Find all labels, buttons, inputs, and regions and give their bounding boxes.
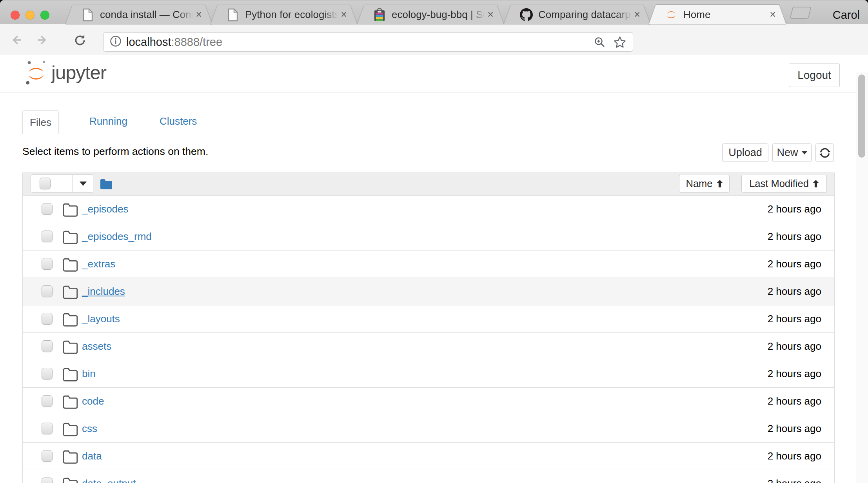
- folder-link[interactable]: _episodes: [82, 196, 129, 223]
- tab-files[interactable]: Files: [22, 110, 59, 134]
- browser-tab-home-active[interactable]: Home ×: [649, 5, 786, 24]
- tab-title: Python for ecologists: Se: [245, 9, 338, 21]
- page-info-icon[interactable]: [110, 35, 122, 49]
- logout-button[interactable]: Logout: [789, 64, 840, 87]
- select-all-button[interactable]: [31, 174, 73, 192]
- folder-link[interactable]: _includes: [82, 278, 125, 305]
- row-checkbox[interactable]: [42, 395, 53, 407]
- jupyter-nav-tabs: Files Running Clusters: [22, 110, 835, 134]
- close-tab-icon[interactable]: ×: [770, 9, 776, 20]
- close-tab-icon[interactable]: ×: [634, 9, 640, 20]
- folder-link[interactable]: _episodes_rmd: [82, 223, 152, 250]
- jupyter-header: jupyter Logout: [0, 55, 868, 93]
- row-checkbox[interactable]: [42, 450, 53, 462]
- folder-icon: [62, 449, 79, 465]
- close-tab-icon[interactable]: ×: [487, 9, 494, 20]
- folder-link[interactable]: code: [82, 388, 104, 415]
- row-checkbox[interactable]: [42, 231, 53, 242]
- new-button-label: New: [777, 147, 798, 159]
- folder-link[interactable]: data_output: [82, 470, 136, 483]
- sort-by-name-button[interactable]: Name: [679, 175, 730, 192]
- folder-filter-icon[interactable]: [99, 178, 113, 191]
- zoom-window-button[interactable]: [40, 11, 49, 20]
- close-window-button[interactable]: [11, 11, 20, 20]
- browser-toolbar: localhost :8888/tree G U S B a: [0, 24, 868, 56]
- folder-link[interactable]: css: [82, 415, 97, 442]
- row-checkbox[interactable]: [42, 285, 53, 297]
- select-button-group: [31, 174, 93, 192]
- back-icon[interactable]: [10, 33, 24, 48]
- last-modified-text: 2 hours ago: [768, 223, 821, 250]
- caret-down-icon: [802, 151, 807, 154]
- sort-by-modified-button[interactable]: Last Modified: [741, 175, 827, 192]
- file-row[interactable]: _episodes 2 hours ago: [23, 196, 834, 223]
- select-dropdown-button[interactable]: [73, 174, 93, 192]
- file-row[interactable]: _episodes_rmd 2 hours ago: [23, 223, 834, 251]
- caret-down-icon: [80, 182, 87, 186]
- sort-asc-icon: [717, 180, 723, 187]
- folder-icon: [62, 312, 79, 328]
- row-checkbox[interactable]: [42, 478, 53, 483]
- new-tab-button[interactable]: [790, 7, 812, 19]
- tab-running[interactable]: Running: [89, 115, 127, 127]
- file-row[interactable]: _layouts 2 hours ago: [23, 305, 834, 333]
- browser-tab-ecologists[interactable]: Python for ecologists: Se ×: [211, 5, 357, 24]
- tab-clusters[interactable]: Clusters: [160, 115, 197, 127]
- reload-icon[interactable]: [73, 33, 87, 49]
- github-icon: [519, 8, 533, 22]
- file-row[interactable]: bin 2 hours ago: [23, 360, 834, 388]
- file-row-hovered[interactable]: _includes 2 hours ago: [23, 278, 834, 305]
- folder-link[interactable]: bin: [82, 360, 96, 387]
- file-row[interactable]: assets 2 hours ago: [23, 333, 834, 360]
- row-checkbox[interactable]: [42, 258, 53, 270]
- jupyter-logo[interactable]: jupyter: [25, 60, 106, 85]
- forward-icon[interactable]: [35, 33, 49, 48]
- file-row[interactable]: data_output 2 hours ago: [23, 470, 834, 483]
- bookmark-star-icon[interactable]: [613, 36, 626, 51]
- row-checkbox[interactable]: [42, 203, 53, 215]
- row-checkbox[interactable]: [42, 423, 53, 434]
- folder-link[interactable]: assets: [82, 333, 111, 360]
- last-modified-text: 2 hours ago: [768, 333, 821, 360]
- folder-icon: [62, 229, 79, 246]
- zoom-icon[interactable]: [594, 36, 606, 50]
- row-checkbox[interactable]: [42, 340, 53, 352]
- folder-link[interactable]: _extras: [82, 251, 115, 278]
- last-modified-text: 2 hours ago: [768, 470, 821, 483]
- new-dropdown-button[interactable]: New: [772, 143, 812, 162]
- browser-tab-conda[interactable]: conda install — Conda do ×: [65, 5, 212, 24]
- row-checkbox[interactable]: [42, 313, 53, 325]
- refresh-icon: [819, 147, 831, 159]
- scrollbar-thumb[interactable]: [858, 74, 865, 158]
- jupyter-logo-text: jupyter: [51, 62, 106, 84]
- file-row[interactable]: css 2 hours ago: [23, 415, 834, 443]
- address-bar[interactable]: localhost :8888/tree: [103, 32, 633, 52]
- file-list: Name Last Modified _episodes 2 hours ago…: [22, 172, 835, 483]
- folder-link[interactable]: _layouts: [82, 305, 120, 332]
- last-modified-text: 2 hours ago: [768, 360, 821, 387]
- file-row[interactable]: data 2 hours ago: [23, 443, 834, 470]
- upload-button[interactable]: Upload: [722, 143, 768, 162]
- browser-titlebar: conda install — Conda do × Python for ec…: [0, 0, 868, 24]
- folder-icon: [62, 476, 79, 483]
- row-checkbox[interactable]: [42, 368, 53, 380]
- tab-title: ecology-bug-bbq | Softw: [392, 9, 485, 21]
- close-tab-icon[interactable]: ×: [196, 9, 202, 20]
- last-modified-text: 2 hours ago: [768, 443, 821, 470]
- close-tab-icon[interactable]: ×: [341, 9, 347, 20]
- file-row[interactable]: code 2 hours ago: [23, 388, 834, 415]
- minimize-window-button[interactable]: [25, 11, 35, 20]
- jupyter-logo-icon: [25, 60, 47, 85]
- browser-tab-github[interactable]: Comparing datacarpente ×: [504, 5, 650, 24]
- last-modified-text: 2 hours ago: [768, 278, 821, 305]
- select-all-checkbox[interactable]: [40, 178, 51, 189]
- last-modified-text: 2 hours ago: [768, 388, 821, 415]
- file-row[interactable]: _extras 2 hours ago: [23, 251, 834, 278]
- folder-link[interactable]: data: [82, 443, 102, 470]
- file-list-header: Name Last Modified: [23, 172, 834, 196]
- folder-icon: [62, 202, 79, 218]
- tab-title: Comparing datacarpente: [538, 9, 632, 21]
- refresh-button[interactable]: [815, 143, 834, 162]
- browser-tab-bbq[interactable]: ecology-bug-bbq | Softw ×: [357, 5, 504, 24]
- browser-profile-name[interactable]: Carol: [833, 9, 860, 22]
